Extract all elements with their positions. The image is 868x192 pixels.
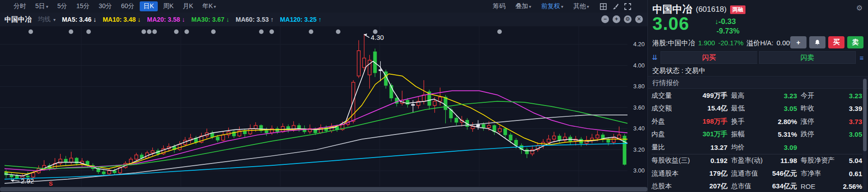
period-tabs: 分时5日▾5分15分30分60分日K周K月K年K▾	[0, 1, 220, 11]
quote-table-row: 流通股本179亿流通市值546亿元市净率0.61	[651, 167, 862, 180]
quote-label: 振幅	[731, 130, 745, 139]
quote-cell: 跌停3.05	[801, 130, 862, 139]
quote-table-row: 量比13.27均价3.09	[651, 141, 862, 154]
zoom-in-icon[interactable]: +	[613, 15, 620, 23]
period-tab[interactable]: 月K	[179, 1, 197, 11]
chevron-down-icon: ▾	[587, 4, 589, 9]
ma-value: MA20: 3.58 ↓	[147, 16, 185, 23]
svg-text:S: S	[49, 180, 53, 187]
quote-label: 每股收益(三)	[651, 156, 690, 165]
quote-value: 179亿	[709, 169, 727, 178]
chart-tool-menu[interactable]: 前复权▾	[538, 1, 567, 11]
collapse-down-icon[interactable]: ⇊	[651, 53, 659, 62]
toolbar-icons	[600, 3, 631, 10]
zoom-out-icon[interactable]: −	[601, 15, 609, 23]
layout-grid-icon[interactable]	[600, 3, 607, 10]
period-tab[interactable]: 5日▾	[32, 1, 52, 11]
quote-label: 总市值	[731, 182, 751, 191]
last-price: 3.06	[652, 14, 689, 34]
chart-tool-menu[interactable]: 筹码	[489, 1, 509, 11]
quote-cell: 振幅5.31%	[731, 130, 797, 139]
chart-tools: 筹码叠加▾前复权▾其他▾	[489, 1, 647, 11]
quote-value: 5.31%	[778, 130, 797, 138]
quote-label: 每股净资产	[801, 156, 835, 165]
price-tick: 3.80	[625, 83, 645, 90]
period-tab[interactable]: 日K	[140, 1, 157, 11]
menu-icon[interactable]: ≡	[858, 54, 866, 62]
quote-cell: 总市值634亿元	[731, 182, 797, 191]
ma-value: MA5: 3.46 ↓	[62, 16, 96, 23]
margin-trading-badge: 两融	[730, 5, 745, 14]
period-tab[interactable]: 15分	[73, 1, 94, 11]
quote-label: 昨收	[801, 104, 814, 113]
ma-value: MA10: 3.48 ↓	[103, 16, 141, 23]
quote-table-row: 总股本207亿总市值634亿元ROE2.56%	[651, 180, 862, 192]
candlestick-chart[interactable]: 4.302.92S 4.204.003.803.603.403.203.00	[0, 26, 647, 187]
quote-cell: 昨收3.39	[801, 104, 862, 113]
quote-value: 198万手	[703, 117, 727, 126]
trading-status: 交易状态 : 交易中	[648, 65, 868, 77]
ma-selector-dropdown[interactable]: 均线 ▾	[38, 15, 56, 24]
quote-section-title: 行情报价	[648, 77, 868, 89]
close-chart-icon[interactable]: ✕	[635, 15, 643, 23]
quote-cell: 最高3.23	[731, 91, 797, 100]
period-tab[interactable]: 5分	[54, 1, 71, 11]
chart-scrollbar[interactable]	[0, 187, 647, 192]
period-tab[interactable]: 60分	[118, 1, 138, 11]
quote-label: 流通股本	[651, 169, 679, 178]
period-tab[interactable]: 周K	[160, 1, 177, 11]
quote-value: 13.27	[710, 144, 727, 151]
chevron-down-icon: ▾	[529, 4, 531, 9]
quote-cell: 今开3.23	[801, 91, 862, 100]
chart-tool-menu[interactable]: 其他▾	[570, 1, 593, 11]
quote-table-row: 内盘301万手振幅5.31%跌停3.05	[651, 128, 862, 141]
flash-sell-button[interactable]: 闪卖	[759, 51, 856, 64]
sell-button[interactable]: 卖	[847, 36, 863, 48]
quote-table-row: 外盘198万手换手2.80%涨停3.73	[651, 115, 862, 128]
price-tick: 3.00	[625, 167, 645, 174]
quote-label: 量比	[651, 143, 665, 152]
ma-value: MA60: 3.53 ↑	[236, 16, 274, 23]
flash-trade-row: ⇊ 闪买 闪卖 ≡	[651, 51, 866, 64]
alert-bell-button[interactable]	[809, 36, 826, 48]
quote-cell: 成交量499万手	[651, 91, 727, 100]
fullscreen-icon[interactable]	[624, 3, 631, 10]
quote-cell: ROE2.56%	[801, 182, 862, 190]
premium-label: 溢价H/A:	[747, 39, 774, 48]
quote-value: 3.39	[849, 105, 862, 112]
quote-table-row: 每股收益(三)0.192市盈率(动)11.98每股净资产5.04	[651, 154, 862, 168]
quote-cell: 换手2.80%	[731, 117, 797, 126]
quote-table: 成交量499万手最高3.23今开3.23成交额15.4亿最低3.05昨收3.39…	[651, 89, 862, 192]
quote-value: 0.192	[710, 157, 727, 164]
quote-cell: 市盈率(动)11.98	[731, 156, 797, 165]
quote-label: 涨停	[801, 117, 814, 126]
period-tab[interactable]: 30分	[95, 1, 116, 11]
chart-symbol-name: 中国中冶	[5, 15, 32, 24]
quote-cell: 流通股本179亿	[651, 169, 727, 178]
quote-label: 均价	[731, 143, 745, 152]
chart-tool-menu[interactable]: 叠加▾	[512, 1, 535, 11]
quote-cell: 市净率0.61	[801, 169, 862, 178]
panel-scrollbar-thumb[interactable]	[863, 79, 867, 151]
period-tab[interactable]: 年K▾	[198, 1, 219, 11]
chevron-down-icon: ▾	[561, 4, 563, 9]
quote-value: 207亿	[709, 182, 727, 191]
buy-button[interactable]: 买	[828, 36, 844, 48]
quote-label: 跌停	[801, 130, 814, 139]
chart-settings-icon[interactable]: ⚙	[624, 15, 632, 23]
add-watchlist-button[interactable]: +	[790, 36, 807, 48]
ma-value: MA120: 3.25 ↑	[280, 16, 321, 23]
flash-buy-button[interactable]: 闪买	[660, 51, 757, 64]
quote-value: 3.73	[849, 118, 862, 125]
quote-label: 换手	[731, 117, 745, 126]
panel-settings-icon[interactable]: ⚙	[856, 4, 863, 12]
brush-icon[interactable]	[612, 3, 619, 10]
quote-cell: 成交额15.4亿	[651, 104, 727, 113]
quote-label: 外盘	[651, 117, 665, 126]
price-change-pct: -9.73%	[717, 27, 740, 35]
quote-label: 市盈率(动)	[731, 156, 763, 165]
quote-cell: 涨停3.73	[801, 117, 862, 126]
quote-value: 0.61	[849, 170, 862, 178]
period-tab[interactable]: 分时	[10, 1, 30, 11]
quote-value: 546亿元	[772, 169, 797, 178]
